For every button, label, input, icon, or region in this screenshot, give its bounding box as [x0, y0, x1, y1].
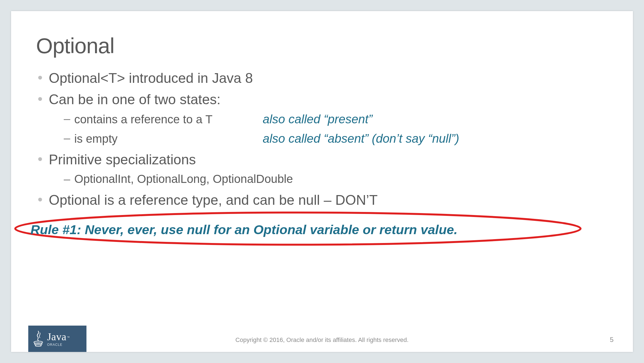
- bullet-list: Optional<T> introduced in Java 8 Can be …: [36, 70, 608, 209]
- bullet-1: Optional<T> introduced in Java 8: [36, 70, 608, 87]
- slide-footer: Java™ ORACLE Copyright © 2016, Oracle an…: [11, 321, 633, 352]
- bullet-3-sub-1: OptionalInt, OptionalLong, OptionalDoubl…: [49, 171, 608, 187]
- rule-text: Rule #1: Never, ever, use null for an Op…: [30, 222, 458, 237]
- bullet-3-sublist: OptionalInt, OptionalLong, OptionalDoubl…: [49, 171, 608, 187]
- slide-title: Optional: [36, 33, 608, 58]
- bullet-2: Can be in one of two states: contains a …: [36, 91, 608, 147]
- bullet-3: Primitive specializations OptionalInt, O…: [36, 151, 608, 187]
- bullet-2-sub-1: contains a reference to a T also called …: [49, 111, 608, 127]
- stage: Optional Optional<T> introduced in Java …: [0, 0, 644, 363]
- bullet-3-text: Primitive specializations: [49, 152, 196, 167]
- rule-callout: Rule #1: Never, ever, use null for an Op…: [36, 216, 608, 249]
- bullet-4: Optional is a reference type, and can be…: [36, 191, 608, 209]
- bullet-2-sub-1-lead: contains a reference to a T: [74, 112, 263, 127]
- bullet-2-sub-2-lead: is empty: [74, 131, 263, 147]
- bullet-1-text: Optional<T> introduced in Java 8: [49, 70, 253, 86]
- bullet-4-text: Optional is a reference type, and can be…: [49, 192, 378, 208]
- copyright-text: Copyright © 2016, Oracle and/or its affi…: [11, 336, 633, 344]
- slide: Optional Optional<T> introduced in Java …: [11, 11, 633, 352]
- bullet-2-text: Can be in one of two states:: [49, 92, 221, 107]
- bullet-2-sub-2: is empty also called “absent” (don’t say…: [49, 130, 608, 147]
- svg-point-3: [35, 345, 41, 346]
- bullet-2-sub-1-note: also called “present”: [263, 111, 372, 127]
- bullet-2-sub-2-note: also called “absent” (don’t say “null”): [263, 130, 459, 147]
- bullet-3-sub-1-text: OptionalInt, OptionalLong, OptionalDoubl…: [74, 172, 293, 185]
- bullet-2-sublist: contains a reference to a T also called …: [49, 111, 608, 147]
- page-number: 5: [610, 336, 614, 344]
